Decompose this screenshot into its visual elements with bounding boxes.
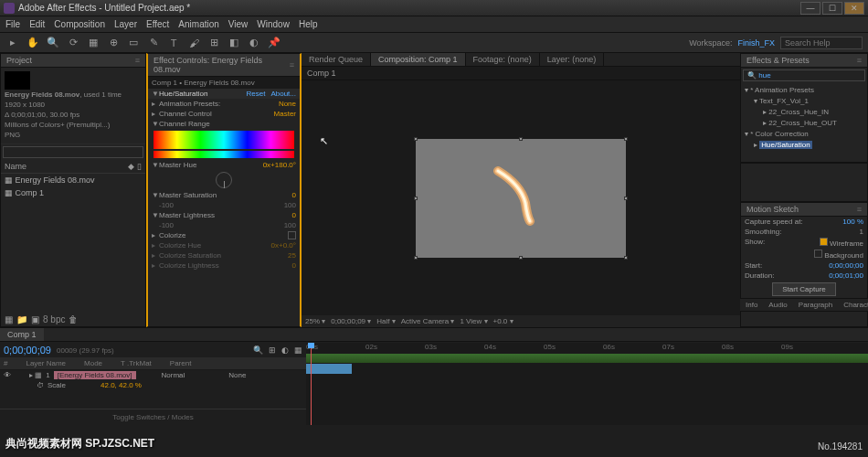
reset-link[interactable]: Reset [247, 90, 266, 98]
transform-handle[interactable] [414, 137, 418, 141]
selection-tool-icon[interactable]: ▸ [5, 36, 20, 50]
timeline-column-header[interactable]: Parent [170, 359, 192, 367]
zoom-tool-icon[interactable]: 🔍 [46, 36, 60, 50]
work-area-bar[interactable] [306, 354, 868, 363]
shape-tool-icon[interactable]: ▭ [126, 36, 141, 50]
project-tab[interactable]: Project [6, 56, 32, 65]
parent-dropdown[interactable]: None [228, 371, 246, 379]
viewer-status-item[interactable]: 1 View ▾ [460, 317, 487, 325]
mini-tab-info[interactable]: Info [740, 299, 763, 311]
effect-property-row[interactable]: ▸Colorize Hue0x+0.0° [148, 240, 300, 250]
property-row[interactable]: ⏱ Scale 42.0, 42.0 % [0, 380, 306, 390]
pen-tool-icon[interactable]: ✎ [146, 36, 161, 50]
effects-presets-tab[interactable]: Effects & Presets [746, 56, 810, 65]
transform-handle[interactable] [624, 256, 628, 260]
new-folder-icon[interactable]: 📁 [16, 314, 27, 324]
viewer-status-item[interactable]: 25% ▾ [305, 317, 325, 325]
motion-sketch-tab[interactable]: Motion Sketch [746, 205, 799, 214]
tl-icon[interactable]: ◐ [281, 345, 289, 355]
effect-property-row[interactable]: ▼Master Saturation0 [148, 190, 300, 200]
timeline-column-header[interactable]: Mode [84, 359, 102, 367]
effect-property-row[interactable]: ▼Master Lightness0 [148, 210, 300, 220]
menu-help[interactable]: Help [299, 19, 318, 29]
playhead[interactable] [311, 343, 312, 425]
panel-menu-icon[interactable]: ≡ [290, 60, 294, 69]
workspace-dropdown[interactable]: Finish_FX [737, 38, 775, 48]
project-search-input[interactable] [3, 146, 143, 158]
menu-file[interactable]: File [5, 19, 20, 29]
tl-icon[interactable]: ▦ [294, 345, 302, 355]
mini-tab-paragraph[interactable]: Paragraph [793, 299, 838, 311]
viewer-tab[interactable]: Footage: (none) [466, 53, 540, 66]
panel-menu-icon[interactable]: ≡ [857, 205, 862, 214]
preset-tree-item[interactable]: ▾ Text_FX_Vol_1 [745, 96, 863, 107]
start-capture-button[interactable]: Start Capture [772, 282, 836, 296]
effect-property-row[interactable]: ▸Channel ControlMaster [148, 109, 300, 119]
toggle-switches-button[interactable]: Toggle Switches / Modes [0, 409, 306, 425]
timeline-tab[interactable]: Comp 1 [0, 328, 44, 341]
mini-tab-audio[interactable]: Audio [763, 299, 792, 311]
tl-search-icon[interactable]: 🔍 [253, 345, 263, 355]
checkbox[interactable] [814, 250, 822, 258]
menu-window[interactable]: Window [257, 19, 290, 29]
menu-composition[interactable]: Composition [54, 19, 105, 29]
effect-controls-tab[interactable]: Effect Controls: Energy Fields 08.mov [153, 56, 290, 74]
timeline-track-area[interactable]: 01s02s03s04s05s06s07s08s09s [306, 343, 868, 425]
effect-property-row[interactable]: ▼Master Hue0x+180.0° [148, 160, 300, 170]
menu-animation[interactable]: Animation [178, 19, 218, 29]
timeline-layer-row[interactable]: 👁 ▸ ▦ 1 [Energy Fields 08.mov] Normal No… [0, 370, 306, 380]
transform-handle[interactable] [414, 197, 418, 200]
transform-handle[interactable] [624, 197, 628, 200]
timeline-column-header[interactable]: Layer Name [26, 359, 66, 367]
viewer-tab[interactable]: Composition: Comp 1 [371, 53, 466, 66]
layer-name[interactable]: [Energy Fields 08.mov] [54, 371, 136, 379]
transform-handle[interactable] [624, 137, 628, 141]
viewer-tab[interactable]: Layer: (none) [540, 53, 605, 66]
hand-tool-icon[interactable]: ✋ [26, 36, 40, 50]
stopwatch-icon[interactable]: ⏱ [37, 381, 44, 389]
effects-search-input[interactable]: 🔍 hue [743, 69, 865, 81]
scale-value[interactable]: 42.0, 42.0 % [101, 381, 142, 389]
text-tool-icon[interactable]: T [166, 36, 181, 50]
search-help-input[interactable] [780, 37, 863, 49]
minimize-button[interactable]: — [800, 2, 820, 15]
blend-mode-dropdown[interactable]: Normal [162, 371, 185, 379]
checkbox[interactable] [288, 231, 296, 239]
rotate-tool-icon[interactable]: ⟳ [66, 36, 80, 50]
menu-layer[interactable]: Layer [114, 19, 137, 29]
panel-menu-icon[interactable]: ≡ [135, 56, 140, 65]
transform-handle[interactable] [414, 256, 418, 260]
col-name[interactable]: Name [5, 162, 26, 171]
menu-view[interactable]: View [228, 19, 249, 29]
menu-effect[interactable]: Effect [146, 19, 169, 29]
roto-tool-icon[interactable]: ◐ [247, 36, 261, 50]
new-comp-icon[interactable]: ▣ [31, 314, 39, 324]
puppet-tool-icon[interactable]: 📌 [267, 36, 281, 50]
fx-toggle-icon[interactable]: ▼ [152, 90, 159, 98]
maximize-button[interactable]: ☐ [822, 2, 842, 15]
effect-property-row[interactable]: ▸Colorize Lightness0 [148, 260, 300, 271]
camera-tool-icon[interactable]: ▦ [86, 36, 101, 50]
canvas-area[interactable]: ↖ [302, 80, 740, 315]
effect-name[interactable]: Hue/Saturation [159, 90, 247, 98]
timecode[interactable]: 0;00;00;09 [4, 345, 51, 356]
eraser-tool-icon[interactable]: ◧ [227, 36, 241, 50]
viewer-status-item[interactable]: 0;00;00;09 ▾ [331, 317, 371, 325]
effect-property-row[interactable]: ▸Colorize [148, 230, 300, 240]
effect-property-row[interactable]: ▸Animation Presets:None [148, 99, 300, 109]
preset-tree-item[interactable]: ▾ * Color Correction [745, 129, 863, 140]
pan-behind-tool-icon[interactable]: ⊕ [106, 36, 121, 50]
layer-clip[interactable] [306, 364, 352, 374]
viewer-status-item[interactable]: Half ▾ [376, 317, 395, 325]
about-link[interactable]: About... [270, 90, 296, 98]
stamp-tool-icon[interactable]: ⊞ [206, 36, 221, 50]
preset-tree-item[interactable]: ▸ Hue/Saturation [745, 140, 863, 151]
preset-tree-item[interactable]: ▸ 22_Cross_Hue_IN [745, 107, 863, 118]
comp-crumb[interactable]: Comp 1 [307, 69, 336, 78]
menu-edit[interactable]: Edit [29, 19, 45, 29]
delete-icon[interactable]: 🗑 [69, 314, 78, 324]
col-type-icon[interactable]: ◆ ▯ [128, 162, 142, 171]
eye-icon[interactable]: 👁 [4, 371, 11, 379]
viewer-status-item[interactable]: Active Camera ▾ [401, 317, 455, 325]
viewer-tab[interactable]: Render Queue [302, 53, 371, 66]
